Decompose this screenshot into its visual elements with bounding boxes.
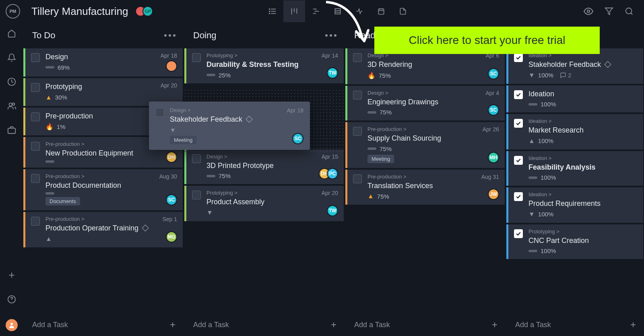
task-card[interactable]: Prototyping >Durability & Stress Testing…: [184, 48, 344, 83]
avatar[interactable]: MH: [488, 152, 499, 163]
card-breadcrumb: Pre-production >: [45, 141, 153, 147]
filter-icon[interactable]: [605, 6, 613, 16]
search-icon[interactable]: [625, 6, 634, 16]
card-title: Market Research: [528, 126, 613, 135]
view-sheet-icon[interactable]: [327, 0, 349, 22]
view-list-icon[interactable]: [262, 0, 283, 22]
column-menu-icon[interactable]: [164, 34, 175, 37]
card-breadcrumb: Ideation >: [528, 118, 613, 124]
column-body: Prototyping >Durability & Stress Testing…: [184, 48, 345, 313]
card-date: Apr 18: [287, 107, 303, 114]
board-column: ReadyDesign >3D Rendering🔥 75%Apr 6SCDes…: [345, 23, 506, 336]
checkbox[interactable]: [192, 191, 201, 199]
avatar[interactable]: TW: [327, 67, 338, 79]
task-card[interactable]: Design 69%Apr 18: [23, 48, 183, 77]
card-progress: 69%: [45, 64, 153, 71]
add-task-button[interactable]: Add a Task+: [345, 313, 506, 336]
project-members[interactable]: GP: [135, 6, 153, 17]
dragging-card[interactable]: Design > Stakeholder Feedback ▼ Meeting …: [149, 102, 310, 150]
nav-add-icon[interactable]: [7, 271, 16, 281]
checkbox[interactable]: [514, 156, 523, 165]
checkbox[interactable]: [31, 83, 40, 92]
avatar[interactable]: SC: [488, 68, 499, 79]
nav-team-icon[interactable]: [7, 102, 16, 112]
checkbox[interactable]: [514, 229, 523, 238]
avatar[interactable]: SC: [488, 104, 499, 116]
nav-home-icon[interactable]: [7, 29, 16, 39]
task-card[interactable]: Ideation >Market Research▲ 100%: [506, 114, 643, 149]
avatar[interactable]: GP: [142, 6, 153, 17]
checkbox[interactable]: [31, 174, 40, 183]
view-pulse-icon[interactable]: [349, 0, 370, 22]
card-breadcrumb: Design >: [170, 107, 279, 113]
task-card[interactable]: Ideation >Feasibility Analysis 100%: [506, 151, 643, 186]
checkbox[interactable]: [514, 192, 523, 201]
avatar[interactable]: SC: [166, 194, 177, 205]
checkbox[interactable]: [31, 53, 40, 62]
nav-recent-icon[interactable]: [7, 77, 16, 88]
card-breadcrumb: Pre-production >: [45, 173, 153, 179]
view-gantt-icon[interactable]: [305, 0, 327, 22]
card-tag: Documents: [45, 197, 80, 205]
task-card[interactable]: Prototyping >CNC Part Creation 100%: [506, 224, 643, 259]
avatar[interactable]: [166, 60, 177, 72]
task-card[interactable]: Pre-production >Translation Services▲ 75…: [345, 170, 505, 205]
task-card[interactable]: Prototyping >Product Assembly▼Apr 20TW: [184, 186, 344, 221]
add-task-button[interactable]: Add a Task+: [184, 313, 345, 336]
nav-user-avatar[interactable]: [6, 319, 18, 331]
checkbox[interactable]: [514, 119, 523, 128]
checkbox[interactable]: [514, 90, 523, 99]
visibility-icon[interactable]: [584, 6, 593, 16]
card-date: Apr 4: [486, 90, 499, 96]
checkbox[interactable]: [353, 174, 362, 183]
view-board-icon[interactable]: [283, 0, 305, 22]
checkbox[interactable]: [31, 217, 40, 226]
cta-banner[interactable]: Click here to start your free trial: [374, 27, 600, 54]
checkbox[interactable]: [31, 142, 40, 151]
task-card[interactable]: Pre-production >Production Operator Trai…: [23, 212, 183, 247]
card-progress: 100%: [528, 174, 613, 181]
checkbox[interactable]: [155, 108, 164, 117]
nav-portfolio-icon[interactable]: [7, 126, 16, 136]
task-card[interactable]: Design >3D Printed Prototype 75%Apr 15DH…: [184, 149, 344, 185]
checkbox[interactable]: [192, 53, 201, 62]
card-date: Apr 20: [322, 190, 338, 196]
card-title: Prototyping: [45, 82, 153, 91]
add-task-button[interactable]: Add a Task+: [23, 313, 184, 336]
task-card[interactable]: Ideation 100%: [506, 85, 643, 113]
card-date: Apr 18: [161, 52, 177, 59]
avatar[interactable]: TW: [327, 205, 338, 216]
task-card[interactable]: Ideation >Product Requirements▼ 100%: [506, 187, 643, 223]
view-files-icon[interactable]: [392, 0, 414, 22]
avatar[interactable]: PC: [327, 168, 338, 179]
svg-rect-12: [335, 8, 341, 14]
avatar[interactable]: SC: [292, 133, 303, 144]
card-progress: ▲ 100%: [528, 137, 613, 145]
app-logo[interactable]: PM: [6, 4, 20, 19]
card-title: Supply Chain Sourcing: [367, 134, 475, 143]
svg-marker-20: [605, 8, 613, 15]
avatar[interactable]: JW: [488, 189, 499, 200]
svg-point-31: [10, 323, 13, 325]
nav-notifications-icon[interactable]: [7, 53, 16, 64]
checkbox[interactable]: [353, 127, 362, 136]
task-card[interactable]: Design >Engineering Drawings 75%Apr 4SC: [345, 86, 505, 121]
checkbox[interactable]: [514, 53, 523, 62]
column-title: Doing: [193, 30, 216, 41]
nav-help-icon[interactable]: [7, 295, 16, 305]
checkbox[interactable]: [31, 112, 40, 121]
checkbox[interactable]: [353, 53, 362, 62]
column-menu-icon[interactable]: [325, 34, 336, 37]
milestone-icon: [246, 116, 253, 123]
avatar[interactable]: MG: [166, 231, 177, 243]
avatar[interactable]: DH: [166, 151, 177, 163]
card-breadcrumb: Pre-production >: [367, 126, 475, 132]
task-card[interactable]: Pre-production >Supply Chain Sourcing 75…: [345, 122, 505, 168]
checkbox[interactable]: [353, 91, 362, 100]
view-calendar-icon[interactable]: [370, 0, 392, 22]
card-title: 3D Printed Prototype: [206, 161, 314, 170]
task-card[interactable]: Pre-production >Product DocumentationDoc…: [23, 169, 183, 211]
card-progress: 75%: [367, 109, 475, 116]
add-task-button[interactable]: Add a Task+: [506, 313, 644, 336]
checkbox[interactable]: [192, 154, 201, 163]
